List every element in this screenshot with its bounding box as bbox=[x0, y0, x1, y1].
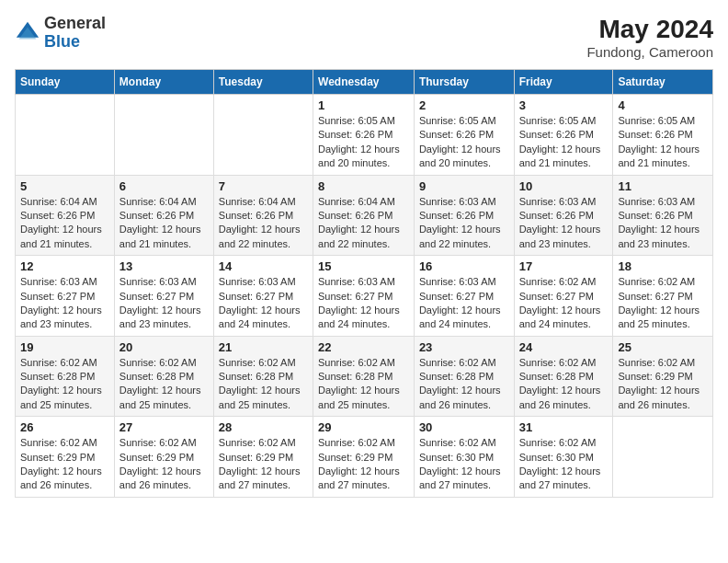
calendar-cell: 9Sunrise: 6:03 AM Sunset: 6:26 PM Daylig… bbox=[414, 175, 514, 256]
day-number: 24 bbox=[519, 340, 609, 354]
calendar-cell bbox=[114, 95, 213, 176]
title-block: May 2024 Fundong, Cameroon bbox=[586, 15, 713, 60]
weekday-header-row: SundayMondayTuesdayWednesdayThursdayFrid… bbox=[16, 70, 713, 95]
calendar-cell: 24Sunrise: 6:02 AM Sunset: 6:28 PM Dayli… bbox=[514, 336, 613, 417]
day-info: Sunrise: 6:04 AM Sunset: 6:26 PM Dayligh… bbox=[318, 195, 409, 252]
day-info: Sunrise: 6:02 AM Sunset: 6:27 PM Dayligh… bbox=[618, 275, 708, 332]
day-info: Sunrise: 6:02 AM Sunset: 6:28 PM Dayligh… bbox=[519, 356, 609, 413]
calendar-cell: 19Sunrise: 6:02 AM Sunset: 6:28 PM Dayli… bbox=[16, 336, 115, 417]
day-number: 31 bbox=[519, 420, 609, 434]
day-number: 19 bbox=[20, 340, 109, 354]
logo-blue: Blue bbox=[44, 32, 80, 51]
calendar-cell: 18Sunrise: 6:02 AM Sunset: 6:27 PM Dayli… bbox=[613, 256, 713, 337]
day-number: 22 bbox=[318, 340, 409, 354]
weekday-header-tuesday: Tuesday bbox=[213, 70, 313, 95]
day-info: Sunrise: 6:04 AM Sunset: 6:26 PM Dayligh… bbox=[20, 195, 109, 252]
day-number: 10 bbox=[519, 179, 609, 193]
calendar-cell: 31Sunrise: 6:02 AM Sunset: 6:30 PM Dayli… bbox=[514, 417, 613, 498]
page-header: General Blue May 2024 Fundong, Cameroon bbox=[15, 15, 713, 60]
calendar-cell bbox=[613, 417, 713, 498]
day-number: 5 bbox=[20, 179, 109, 193]
calendar-week-row: 12Sunrise: 6:03 AM Sunset: 6:27 PM Dayli… bbox=[16, 256, 713, 337]
day-number: 15 bbox=[318, 259, 409, 273]
day-info: Sunrise: 6:02 AM Sunset: 6:30 PM Dayligh… bbox=[419, 436, 509, 493]
calendar-cell: 15Sunrise: 6:03 AM Sunset: 6:27 PM Dayli… bbox=[313, 256, 415, 337]
day-number: 1 bbox=[318, 98, 409, 112]
calendar-week-row: 1Sunrise: 6:05 AM Sunset: 6:26 PM Daylig… bbox=[16, 95, 713, 176]
calendar-cell: 12Sunrise: 6:03 AM Sunset: 6:27 PM Dayli… bbox=[16, 256, 115, 337]
day-info: Sunrise: 6:03 AM Sunset: 6:26 PM Dayligh… bbox=[419, 195, 509, 252]
calendar-cell: 28Sunrise: 6:02 AM Sunset: 6:29 PM Dayli… bbox=[213, 417, 313, 498]
month-year: May 2024 bbox=[586, 15, 713, 44]
day-info: Sunrise: 6:03 AM Sunset: 6:27 PM Dayligh… bbox=[20, 275, 109, 332]
day-number: 20 bbox=[119, 340, 209, 354]
day-number: 18 bbox=[618, 259, 708, 273]
day-number: 16 bbox=[419, 259, 509, 273]
day-info: Sunrise: 6:02 AM Sunset: 6:28 PM Dayligh… bbox=[20, 356, 109, 413]
day-number: 23 bbox=[419, 340, 509, 354]
calendar-cell: 1Sunrise: 6:05 AM Sunset: 6:26 PM Daylig… bbox=[313, 95, 415, 176]
day-number: 14 bbox=[219, 259, 308, 273]
weekday-header-monday: Monday bbox=[114, 70, 213, 95]
day-number: 28 bbox=[219, 420, 308, 434]
calendar-cell: 8Sunrise: 6:04 AM Sunset: 6:26 PM Daylig… bbox=[313, 175, 415, 256]
day-number: 8 bbox=[318, 179, 409, 193]
calendar-cell: 11Sunrise: 6:03 AM Sunset: 6:26 PM Dayli… bbox=[613, 175, 713, 256]
day-number: 29 bbox=[318, 420, 409, 434]
calendar-cell: 6Sunrise: 6:04 AM Sunset: 6:26 PM Daylig… bbox=[114, 175, 213, 256]
calendar-cell: 7Sunrise: 6:04 AM Sunset: 6:26 PM Daylig… bbox=[213, 175, 313, 256]
weekday-header-thursday: Thursday bbox=[414, 70, 514, 95]
day-number: 27 bbox=[119, 420, 209, 434]
day-info: Sunrise: 6:04 AM Sunset: 6:26 PM Dayligh… bbox=[219, 195, 308, 252]
day-info: Sunrise: 6:02 AM Sunset: 6:29 PM Dayligh… bbox=[618, 356, 708, 413]
day-info: Sunrise: 6:03 AM Sunset: 6:26 PM Dayligh… bbox=[618, 195, 708, 252]
calendar-cell: 13Sunrise: 6:03 AM Sunset: 6:27 PM Dayli… bbox=[114, 256, 213, 337]
weekday-header-wednesday: Wednesday bbox=[313, 70, 415, 95]
logo-general: General bbox=[44, 14, 106, 32]
calendar-cell: 5Sunrise: 6:04 AM Sunset: 6:26 PM Daylig… bbox=[16, 175, 115, 256]
weekday-header-saturday: Saturday bbox=[613, 70, 713, 95]
calendar-week-row: 19Sunrise: 6:02 AM Sunset: 6:28 PM Dayli… bbox=[16, 336, 713, 417]
day-info: Sunrise: 6:02 AM Sunset: 6:29 PM Dayligh… bbox=[119, 436, 209, 493]
day-info: Sunrise: 6:03 AM Sunset: 6:27 PM Dayligh… bbox=[119, 275, 209, 332]
day-number: 4 bbox=[618, 98, 708, 112]
weekday-header-sunday: Sunday bbox=[16, 70, 115, 95]
calendar-cell: 30Sunrise: 6:02 AM Sunset: 6:30 PM Dayli… bbox=[414, 417, 514, 498]
calendar-cell: 25Sunrise: 6:02 AM Sunset: 6:29 PM Dayli… bbox=[613, 336, 713, 417]
logo-icon bbox=[15, 20, 40, 46]
calendar-cell bbox=[16, 95, 115, 176]
calendar-cell: 26Sunrise: 6:02 AM Sunset: 6:29 PM Dayli… bbox=[16, 417, 115, 498]
day-number: 3 bbox=[519, 98, 609, 112]
calendar-cell: 14Sunrise: 6:03 AM Sunset: 6:27 PM Dayli… bbox=[213, 256, 313, 337]
day-info: Sunrise: 6:02 AM Sunset: 6:28 PM Dayligh… bbox=[419, 356, 509, 413]
calendar-cell: 27Sunrise: 6:02 AM Sunset: 6:29 PM Dayli… bbox=[114, 417, 213, 498]
calendar-cell: 2Sunrise: 6:05 AM Sunset: 6:26 PM Daylig… bbox=[414, 95, 514, 176]
day-info: Sunrise: 6:02 AM Sunset: 6:27 PM Dayligh… bbox=[519, 275, 609, 332]
logo-text: General Blue bbox=[44, 15, 106, 52]
day-info: Sunrise: 6:02 AM Sunset: 6:30 PM Dayligh… bbox=[519, 436, 609, 493]
day-number: 6 bbox=[119, 179, 209, 193]
calendar-cell: 10Sunrise: 6:03 AM Sunset: 6:26 PM Dayli… bbox=[514, 175, 613, 256]
day-number: 9 bbox=[419, 179, 509, 193]
calendar-week-row: 5Sunrise: 6:04 AM Sunset: 6:26 PM Daylig… bbox=[16, 175, 713, 256]
day-info: Sunrise: 6:03 AM Sunset: 6:27 PM Dayligh… bbox=[318, 275, 409, 332]
day-number: 12 bbox=[20, 259, 109, 273]
day-info: Sunrise: 6:02 AM Sunset: 6:28 PM Dayligh… bbox=[119, 356, 209, 413]
day-number: 13 bbox=[119, 259, 209, 273]
calendar-table: SundayMondayTuesdayWednesdayThursdayFrid… bbox=[15, 69, 713, 498]
day-number: 11 bbox=[618, 179, 708, 193]
day-number: 25 bbox=[618, 340, 708, 354]
calendar-cell: 17Sunrise: 6:02 AM Sunset: 6:27 PM Dayli… bbox=[514, 256, 613, 337]
day-number: 21 bbox=[219, 340, 308, 354]
calendar-cell: 3Sunrise: 6:05 AM Sunset: 6:26 PM Daylig… bbox=[514, 95, 613, 176]
calendar-cell: 23Sunrise: 6:02 AM Sunset: 6:28 PM Dayli… bbox=[414, 336, 514, 417]
day-info: Sunrise: 6:03 AM Sunset: 6:27 PM Dayligh… bbox=[219, 275, 308, 332]
day-number: 26 bbox=[20, 420, 109, 434]
day-info: Sunrise: 6:03 AM Sunset: 6:27 PM Dayligh… bbox=[419, 275, 509, 332]
day-info: Sunrise: 6:02 AM Sunset: 6:29 PM Dayligh… bbox=[219, 436, 308, 493]
location: Fundong, Cameroon bbox=[586, 44, 713, 60]
calendar-cell bbox=[213, 95, 313, 176]
day-info: Sunrise: 6:02 AM Sunset: 6:29 PM Dayligh… bbox=[318, 436, 409, 493]
calendar-cell: 29Sunrise: 6:02 AM Sunset: 6:29 PM Dayli… bbox=[313, 417, 415, 498]
day-number: 2 bbox=[419, 98, 509, 112]
